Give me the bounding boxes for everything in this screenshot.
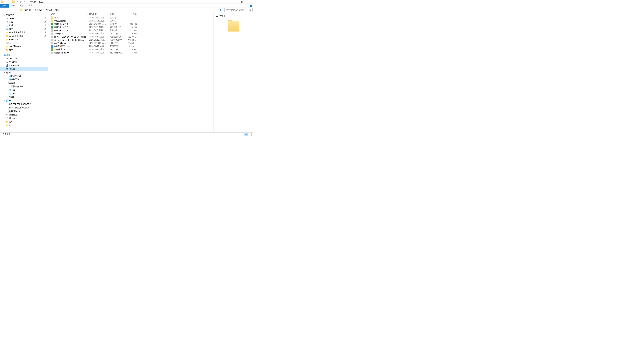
file-row[interactable]: ▪pe_yqs_xp_20_07_31_15_53.iso2020/10/12,… xyxy=(48,38,213,41)
file-row[interactable]: ▪本地硬盘安装.exe2020/10/12, 星期一 1…应用程序28,315 … xyxy=(48,45,213,48)
forward-button[interactable]: → xyxy=(5,8,9,12)
delete-icon[interactable]: ✕ xyxy=(16,0,18,3)
chevron-right-icon[interactable]: › xyxy=(32,9,34,11)
sidebar-item-14[interactable]: 👤Administrator xyxy=(0,64,48,67)
file-row[interactable]: Tools2020/12/25, 星期五 1…文件夹 xyxy=(48,16,213,19)
sidebar-item-27[interactable]: 💻ZMT2019 xyxy=(0,109,48,113)
sidebar-item-19[interactable]: 🎬视频 xyxy=(0,81,48,85)
sidebar-item-23[interactable]: 🎵音乐 xyxy=(0,95,48,99)
sidebar-item-6[interactable]: 📁YUNQISHI2019📌 xyxy=(0,34,48,38)
file-row[interactable]: ▪pe_yqs_1064_20_07_31_16_04.iso2020/10/1… xyxy=(48,35,213,38)
tab-share[interactable]: 共享 xyxy=(18,4,26,7)
details-view-button[interactable] xyxy=(244,133,248,136)
sidebar-label: 视频 xyxy=(11,82,47,84)
sidebar-item-29[interactable]: 🗑回收站 xyxy=(0,116,48,120)
sidebar-item-1[interactable]: 🖥Desktop📌 xyxy=(0,16,48,20)
column-name[interactable]: 名称 ⌃ xyxy=(48,12,88,16)
file-name: pe_yqs_1064_20_07_31_16_04.iso xyxy=(54,36,86,38)
tree-toggle-icon[interactable]: ▾ xyxy=(3,100,6,102)
new-folder-icon[interactable] xyxy=(12,0,15,3)
tab-file[interactable]: 文件 xyxy=(0,4,9,7)
sidebar-item-4[interactable]: 🖼图片📌 xyxy=(0,27,48,31)
dat-icon: ▪ xyxy=(51,32,53,35)
file-name: AUTORUN.INF xyxy=(54,29,68,32)
sidebar-item-26[interactable]: 💻PC-20190530OBLA xyxy=(0,106,48,109)
file-row[interactable]: U盘安装教程2020/12/25, 星期五 1…文件夹 xyxy=(48,19,213,22)
sidebar-item-12[interactable]: ☁OneDrive xyxy=(0,57,48,60)
sidebar-item-5[interactable]: 📁excel表格制作求和📌 xyxy=(0,31,48,34)
sidebar-item-8[interactable]: ▸💽G:\ xyxy=(0,41,48,45)
file-row[interactable]: ▪AUTORUN.EXE2016/1/8, 星期五 04:…应用程序1,926 … xyxy=(48,22,213,26)
tab-home[interactable]: 主页 xyxy=(9,4,18,7)
file-type: 安装信息 xyxy=(108,29,126,32)
sidebar-label: 本机照片 xyxy=(11,78,47,81)
back-button[interactable]: ← xyxy=(1,8,5,12)
file-rows: Tools2020/12/25, 星期五 1…文件夹U盘安装教程2020/12/… xyxy=(48,16,213,132)
tree-toggle-icon[interactable]: ▾ xyxy=(1,14,3,16)
file-name: pe_yqs_xp_20_07_31_15_53.iso xyxy=(54,39,84,41)
sidebar-label: Bandicam xyxy=(9,38,47,41)
sidebar-item-17[interactable]: 🖼保存的图片 xyxy=(0,74,48,78)
file-row[interactable]: ▪Win7x64.gho2019/9/7, 星期六 19:…GHO 文件2,90… xyxy=(48,41,213,45)
recent-dropdown[interactable]: ▾ xyxy=(10,8,14,12)
refresh-button[interactable]: ↻ xyxy=(219,9,222,11)
search-input[interactable]: 搜索"Win7x64_2020" 🔍 xyxy=(224,8,252,12)
lib-icon: 📚 xyxy=(6,71,9,74)
qat-dropdown-icon[interactable]: ▾ xyxy=(23,0,26,3)
close-button[interactable] xyxy=(246,0,253,4)
sidebar-item-18[interactable]: 🖼本机照片 xyxy=(0,78,48,81)
file-type: TXT 文件 xyxy=(108,48,126,51)
sidebar-item-11[interactable]: ▾🖥桌面 xyxy=(0,53,48,57)
sidebar-item-16[interactable]: ▾📚库 xyxy=(0,71,48,74)
address-dropdown-icon[interactable]: ⌄ xyxy=(216,9,218,11)
file-row[interactable]: ▪AUTORUN.ICO2015/5/10, 星期日 02…ICO 图片文件10… xyxy=(48,26,213,29)
tree-toggle-icon[interactable]: ▾ xyxy=(3,72,6,73)
file-date: 2015/5/10, 星期日 02… xyxy=(88,29,108,32)
sidebar-item-7[interactable]: 📁Bandicam xyxy=(0,38,48,41)
sidebar-item-15[interactable]: 💻此电脑 xyxy=(0,67,48,71)
video-icon: 🎬 xyxy=(8,82,11,84)
sidebar-item-2[interactable]: ⬇下载📌 xyxy=(0,20,48,24)
properties-icon[interactable]: ✓ xyxy=(8,0,11,3)
undo-icon[interactable]: ◉ xyxy=(20,0,22,3)
breadcrumb[interactable]: › 此电脑 › 文档 (E:) › Win7x64_2020 › ⌄ ↻ xyxy=(19,8,224,12)
ribbon-expand-icon[interactable]: ⌄ xyxy=(247,4,249,7)
thumbnails-view-button[interactable] xyxy=(248,133,252,136)
up-button[interactable]: ↑ xyxy=(14,8,18,12)
file-row[interactable]: ▪AUTORUN.INF2015/5/10, 星期日 02…安装信息1 KB xyxy=(48,29,213,32)
sidebar-item-3[interactable]: 📄文档📌 xyxy=(0,24,48,27)
crumb-2[interactable]: Win7x64_2020 xyxy=(45,9,59,11)
sidebar-item-22[interactable]: 📄文档 xyxy=(0,92,48,95)
file-row[interactable]: ▪光盘说明.TXT2016/10/23, 星期日 0…TXT 文件5 KB xyxy=(48,48,213,51)
sidebar-item-28[interactable]: ⚙控制面板 xyxy=(0,113,48,116)
tree-toggle-icon[interactable]: ▸ xyxy=(3,42,6,44)
help-icon[interactable]: ? xyxy=(250,4,252,7)
sidebar-item-0[interactable]: ▾★快速访问 xyxy=(0,13,48,16)
sidebar-item-31[interactable]: 📁文件 xyxy=(0,124,48,127)
cloud-icon: ☁ xyxy=(8,85,11,88)
file-row[interactable]: ▪Config.dat2020/10/12, 星期一 1…DAT 文件36 KB xyxy=(48,32,213,35)
sidebar-item-20[interactable]: ☁天翼云盘下载 xyxy=(0,85,48,88)
file-name: Config.dat xyxy=(54,32,63,35)
file-row[interactable]: ▪硬盘安装教程.html2016/11/21, 星期一 2…360 se HTM… xyxy=(48,51,213,54)
sidebar-item-10[interactable]: 📁图片 xyxy=(0,48,48,52)
sidebar-item-21[interactable]: 🖼图片 xyxy=(0,88,48,92)
sidebar-item-25[interactable]: 💻DESKTOP-LSSOEDP xyxy=(0,102,48,106)
folder-icon xyxy=(1,0,4,3)
column-size[interactable]: 大小 xyxy=(126,12,138,16)
maximize-button[interactable] xyxy=(238,0,246,4)
sidebar-item-13[interactable]: ☁WPS网盘 xyxy=(0,60,48,64)
sidebar-item-24[interactable]: ▾🌐网络 xyxy=(0,99,48,102)
tab-view[interactable]: 查看 xyxy=(26,4,35,7)
crumb-1[interactable]: 文档 (E:) xyxy=(34,8,43,11)
sidebar-item-9[interactable]: 📁win7重装win7 xyxy=(0,45,48,48)
minimize-button[interactable] xyxy=(230,0,238,4)
chevron-right-icon[interactable]: › xyxy=(43,9,45,11)
sidebar-item-30[interactable]: 📁软件 xyxy=(0,120,48,124)
crumb-0[interactable]: 此电脑 xyxy=(25,8,32,11)
chevron-right-icon[interactable]: › xyxy=(60,9,62,11)
tree-toggle-icon[interactable]: ▾ xyxy=(1,54,3,56)
chevron-right-icon[interactable]: › xyxy=(23,9,24,11)
column-type[interactable]: 类型 xyxy=(108,12,126,16)
column-date[interactable]: 修改日期 xyxy=(88,12,108,16)
